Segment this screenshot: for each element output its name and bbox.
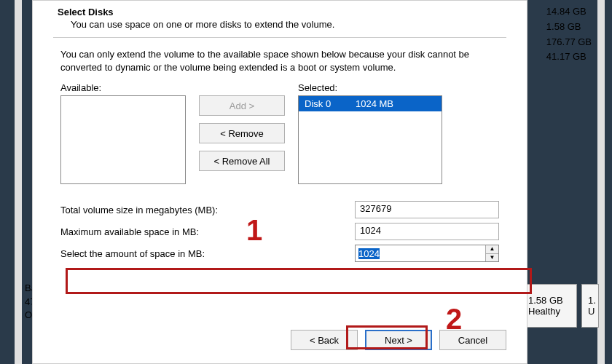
extend-volume-wizard-dialog: Select Disks You can use space on one or… [32, 0, 527, 364]
selected-label: Selected: [298, 82, 442, 93]
list-item[interactable]: Disk 0 1024 MB [299, 96, 442, 111]
remove-button[interactable]: < Remove [199, 123, 285, 143]
spinner-down-icon[interactable]: ▼ [486, 254, 498, 262]
dialog-title: Select Disks [58, 7, 506, 17]
amount-spinner[interactable]: ▲ ▼ [355, 245, 499, 262]
remove-all-button[interactable]: < Remove All [199, 151, 285, 171]
selected-listbox[interactable]: Disk 0 1024 MB [298, 95, 442, 184]
total-size-value: 327679 [355, 201, 499, 218]
amount-input[interactable] [356, 245, 485, 261]
back-button[interactable]: < Back [291, 330, 358, 350]
cancel-button[interactable]: Cancel [439, 330, 506, 350]
background-partition-cells: 1.58 GB Healthy 1. U [522, 284, 599, 328]
amount-label: Select the amount of space in MB: [60, 248, 355, 259]
next-button[interactable]: Next > [365, 330, 432, 350]
background-disk-sizes: 14.84 GB 1.58 GB 176.77 GB 41.17 GB [546, 4, 592, 65]
max-space-label: Maximum available space in MB: [60, 226, 355, 237]
info-text: You can only extend the volume to the av… [60, 48, 499, 74]
max-space-value: 1024 [355, 223, 499, 240]
selected-disk-size: 1024 MB [356, 98, 393, 109]
selected-disk-name: Disk 0 [305, 98, 356, 109]
total-size-label: Total volume size in megabytes (MB): [60, 205, 355, 215]
divider [53, 37, 506, 38]
available-listbox[interactable] [60, 95, 186, 184]
dialog-subtitle: You can use space on one or more disks t… [71, 19, 506, 30]
spinner-up-icon[interactable]: ▲ [486, 245, 498, 254]
available-label: Available: [60, 82, 186, 93]
add-button[interactable]: Add > [199, 95, 285, 116]
